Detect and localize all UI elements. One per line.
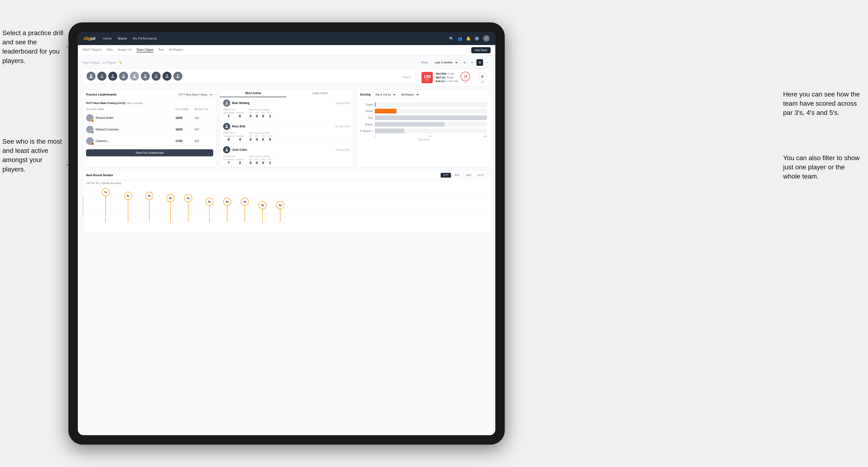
player-avatar-4[interactable] — [119, 72, 128, 81]
player-avatar-1[interactable] — [87, 72, 96, 81]
add-team-button[interactable]: Add Team — [471, 47, 491, 53]
activity-stats-2: Total Rounds Tournament 8 Practice 4 — [223, 132, 350, 141]
view-grid-btn[interactable]: ⊞ — [461, 59, 468, 66]
view-sort-btn[interactable]: ↕ — [484, 59, 491, 66]
subnav-pga[interactable]: PGA — [106, 48, 113, 52]
player-avg-1: 110 — [194, 116, 213, 120]
lb-avatar-1: 1 — [86, 114, 94, 122]
medal-gold: 1 — [91, 119, 94, 122]
streak-line-5 — [188, 202, 188, 222]
user-avatar[interactable]: U — [483, 35, 490, 42]
view-icons: ⊞ ⊟ ⊠ ↕ — [461, 59, 491, 66]
player-avatar-6[interactable] — [141, 72, 150, 81]
team-count: | 14 Players — [101, 61, 116, 64]
act-avatar-3 — [223, 146, 230, 153]
svg-point-16 — [177, 74, 179, 76]
player-avatar-2[interactable] — [97, 72, 106, 81]
y-axis-label: % Fairway Accuracy — [83, 196, 84, 215]
player-col-7 — [152, 72, 161, 81]
streak-dot-6: 4x — [206, 198, 214, 222]
player-avatar-7[interactable] — [152, 72, 161, 81]
svg-point-17 — [89, 116, 91, 118]
streak-line-1 — [105, 196, 106, 222]
tab-least-active[interactable]: Least Active — [286, 90, 353, 97]
subnav-all-players[interactable]: All Players — [168, 48, 183, 52]
yds-left-col: 16 yds — [461, 72, 470, 84]
streak-line-10 — [280, 209, 280, 222]
streak-circle-9: 3x — [258, 201, 267, 209]
activity-stats-1: Total Rounds Tournament 7 Practice 6 — [223, 108, 350, 118]
streaks-tab-ott[interactable]: OTT — [441, 173, 451, 178]
annotation-left-top-text: Select a practice drill and see the lead… — [2, 29, 63, 64]
tab-most-active[interactable]: Most Active — [220, 90, 286, 97]
bar-container-birdies: 96 — [375, 109, 487, 114]
player-avatar-9[interactable] — [173, 72, 182, 81]
stat-tournament-label-1: Tournament — [223, 112, 235, 114]
bell-icon[interactable]: 🔔 — [466, 36, 471, 41]
bar-value-bogeys: 311 — [490, 123, 491, 126]
player-col-1 — [87, 72, 96, 81]
act-name-2: Rees Britt — [232, 125, 246, 128]
activity-player-1: Blair McHarg 26 Aug 2023 Total Rounds To… — [220, 97, 353, 121]
svg-point-11 — [123, 74, 125, 76]
stat-group-rounds-1: Total Rounds Tournament 7 Practice 6 — [223, 108, 244, 118]
scoring-card-header: Scoring Par 3, 4 & 5s All Players — [356, 90, 490, 100]
player-avatar-8[interactable] — [162, 72, 172, 81]
activity-player-info-1: Blair McHarg — [223, 99, 250, 106]
scoring-par-filter[interactable]: Par 3, 4 & 5s — [372, 92, 397, 97]
bar-value-dbogeys: 131 — [490, 130, 491, 132]
player-avatar-5[interactable] — [130, 72, 139, 81]
nav-home[interactable]: Home — [103, 36, 112, 40]
streaks-tab-arg[interactable]: ARG — [463, 173, 474, 178]
subnav-team-clippd[interactable]: Team Clippd — [136, 48, 153, 52]
navbar-icons: 🔍 👥 🔔 ⚙️ U — [449, 35, 490, 42]
bar-fill-birdies — [375, 109, 396, 114]
view-full-leaderboard-button[interactable]: View Full Leaderboard — [86, 149, 213, 156]
activity-player-2: Rees Britt 02 Sep 2023 Total Rounds Tour… — [220, 121, 353, 144]
nav-my-performance[interactable]: My Performance — [133, 36, 157, 40]
player-name-3: Cameron... — [96, 139, 110, 143]
nav-teams[interactable]: Teams — [117, 36, 127, 40]
yds-separator: — — [472, 75, 476, 80]
show-label: Show: — [421, 61, 429, 64]
shot-info: Shot Dist: 14 yds Start Lie: Rough End L… — [436, 72, 458, 83]
player-row-info-2: 2 Edward Crossman — [86, 126, 176, 133]
annotation-right-top-text: Here you can see how the team have score… — [783, 91, 860, 116]
player-avatars — [87, 72, 403, 81]
player-col-2 — [97, 72, 106, 81]
players-section: Players — [83, 69, 415, 84]
bar-row-dbogeys: D. Bogeys + 131 — [360, 129, 487, 133]
bar-fill-pars — [375, 115, 487, 120]
view-list-btn[interactable]: ⊟ — [469, 59, 475, 66]
subnav-tour[interactable]: Tour — [158, 48, 164, 52]
streaks-tab-app[interactable]: APP — [452, 173, 462, 178]
subnav-hcaps[interactable]: Hcaps 1-5 — [118, 48, 132, 52]
streak-circle-7: 4x — [223, 198, 231, 206]
subnav-pgat[interactable]: PGAT Players — [83, 48, 102, 52]
svg-point-10 — [112, 74, 114, 76]
player-score-1: 19/20 — [176, 116, 194, 120]
stat-app-1: APP 0 — [255, 112, 259, 118]
stat-practice-label-1: Practice — [236, 112, 244, 114]
yds-left-label: yds — [461, 81, 470, 84]
drill-selector[interactable]: PUTT Must Make Putting — [175, 92, 213, 97]
bar-label-eagles: Eagles — [360, 103, 373, 106]
yds-right-circle: 0 — [478, 72, 487, 81]
annotation-right-bottom-text: You can also filter to show just one pla… — [783, 154, 860, 180]
search-icon[interactable]: 🔍 — [449, 36, 454, 41]
player-avatar-3[interactable] — [108, 72, 117, 81]
chart-footer: Total Shots — [360, 138, 487, 143]
player-col-9 — [173, 72, 182, 81]
streak-line-2 — [128, 200, 128, 222]
streaks-tab-putt[interactable]: PUTT — [475, 173, 487, 178]
view-card-btn[interactable]: ⊠ — [476, 59, 483, 66]
period-select[interactable]: Last 3 months — [432, 59, 459, 66]
edit-icon[interactable]: ✏️ — [119, 61, 123, 64]
scoring-player-filter[interactable]: All Players — [398, 92, 420, 97]
shot-card: 198 yds Shot Dist: 14 yds Start Lie: Rou… — [418, 69, 491, 87]
streak-line-4 — [170, 202, 171, 222]
chart-x-axis: 0 200 400 — [375, 135, 487, 138]
settings-icon[interactable]: ⚙️ — [474, 36, 479, 41]
people-icon[interactable]: 👥 — [458, 36, 462, 41]
streak-line-7 — [227, 206, 227, 222]
